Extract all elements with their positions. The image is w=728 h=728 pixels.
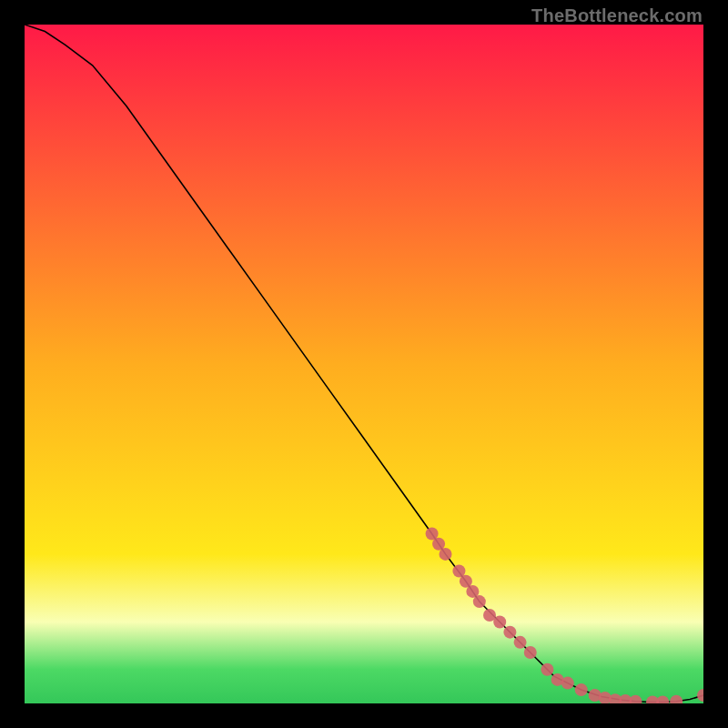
watermark-label: TheBottleneck.com — [531, 5, 703, 26]
plot-area — [25, 25, 703, 703]
data-point — [575, 683, 588, 696]
data-point — [561, 677, 574, 690]
data-point — [524, 646, 537, 659]
gradient-background — [25, 25, 703, 703]
data-point — [440, 548, 452, 561]
chart-svg — [25, 25, 703, 703]
data-point — [493, 615, 506, 628]
chart-stage: TheBottleneck.com — [0, 0, 728, 728]
data-point — [514, 636, 527, 649]
data-point — [503, 626, 516, 639]
data-point — [541, 663, 553, 676]
data-point — [473, 595, 486, 608]
